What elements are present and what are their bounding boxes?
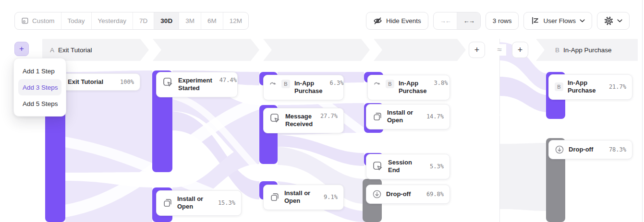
node-label: Install or Open (177, 195, 211, 211)
dropoff-icon (372, 189, 382, 199)
node-label: Drop-off (386, 190, 411, 198)
calendar-icon (21, 17, 29, 24)
node-card-in-app-purchase-63[interactable]: B In-App Purchase 6.3% (263, 75, 344, 100)
rows-label: 3 rows (493, 17, 512, 24)
b-badge: B (281, 80, 290, 88)
node-label: Exit Tutorial (68, 78, 103, 86)
node-percent: 78.3% (606, 146, 626, 153)
expand-columns-button[interactable]: ←→ (457, 12, 480, 29)
node-percent: 3.8% (431, 80, 448, 86)
node-percent: 69.8% (424, 191, 444, 198)
settings-button[interactable] (597, 12, 630, 30)
add-column-button-left[interactable]: + (469, 42, 485, 58)
flows-divider-line (499, 39, 500, 222)
date-option-12m[interactable]: 12M (223, 12, 248, 29)
plus-icon: + (19, 44, 24, 54)
node-card-in-app-purchase-38[interactable]: B In-App Purchase 3.8% (367, 75, 450, 100)
toolbar: Custom Today Yesterday 7D 30D 3M 6M 12M … (14, 12, 630, 30)
event-icon (269, 113, 281, 124)
node-percent: 27.7% (317, 113, 338, 119)
approx-separator-icon: ≈ (493, 44, 506, 56)
date-option-today[interactable]: Today (61, 12, 92, 29)
flow-ribbon (65, 181, 152, 222)
node-percent: 47.4% (217, 77, 237, 83)
node-card-exit-tutorial[interactable]: Exit Tutorial 100% (61, 73, 140, 91)
gear-icon (604, 16, 613, 25)
date-option-yesterday[interactable]: Yesterday (92, 12, 134, 29)
view-selector-label: User Flows (543, 17, 576, 24)
collapse-columns-button[interactable]: →← (434, 12, 457, 29)
node-card-message-received[interactable]: Message Received 27.7% (263, 108, 344, 133)
flow-ribbon (278, 135, 364, 166)
node-card-b-in-app-purchase[interactable]: B In-App Purchase 21.7% (548, 74, 632, 100)
rows-button[interactable]: 3 rows (486, 12, 519, 30)
collapse-icon: →← (440, 17, 450, 24)
node-label: In-App Purchase (568, 79, 602, 95)
node-percent: 6.3% (327, 80, 344, 86)
user-flows-page: Custom Today Yesterday 7D 30D 3M 6M 12M … (0, 0, 644, 222)
flow-ribbon (500, 143, 546, 211)
node-label: Message Received (285, 113, 313, 129)
exit-flow-arrow-icon (269, 80, 277, 87)
event-icon (372, 161, 384, 172)
date-option-custom[interactable]: Custom (15, 12, 61, 29)
width-toggle-group: →← ←→ (433, 12, 481, 30)
node-percent: 9.1% (321, 194, 338, 200)
node-percent: 5.3% (427, 163, 444, 170)
add-step-menu: Add 1 Step Add 3 Steps Add 5 Steps (13, 58, 66, 117)
node-label: In-App Purchase (399, 80, 427, 95)
node-label: Install or Open (387, 109, 419, 125)
node-card-experiment-started[interactable]: Experiment Started 47.4% (156, 72, 238, 97)
node-label: Experiment Started (178, 77, 212, 93)
flow-ribbon (172, 111, 259, 199)
node-label: Session End (388, 159, 423, 175)
date-option-label: Custom (32, 17, 55, 24)
toolbar-right-tools: Hide Events →← ←→ 3 rows User Flows (366, 12, 630, 30)
date-option-7d[interactable]: 7D (133, 12, 154, 29)
chevron-down-icon (617, 19, 622, 23)
node-percent: 100% (117, 79, 134, 85)
b-badge: B (555, 82, 563, 91)
add-step-button[interactable]: + (14, 42, 29, 56)
plus-icon: + (474, 45, 480, 55)
flow-a-band-segment-4[interactable] (374, 39, 466, 61)
flow-a-band-segment-2[interactable] (153, 39, 259, 61)
date-range-group: Custom Today Yesterday 7D 30D 3M 6M 12M (14, 12, 249, 30)
menu-item-add-1-step[interactable]: Add 1 Step (18, 63, 61, 79)
node-card-b-dropoff[interactable]: Drop-off 78.3% (548, 140, 632, 159)
node-card-session-end[interactable]: Session End 5.3% (366, 154, 450, 179)
plus-icon: + (518, 45, 523, 55)
node-percent: 14.7% (424, 113, 444, 120)
expand-icon: ←→ (463, 17, 474, 24)
menu-item-add-5-steps[interactable]: Add 5 Steps (18, 95, 61, 112)
add-column-button-right[interactable]: + (512, 42, 528, 58)
window-icon (372, 111, 383, 122)
date-option-3m[interactable]: 3M (179, 12, 201, 29)
line-chart-icon (531, 16, 539, 25)
flow-b-letter: B (555, 47, 559, 54)
date-option-6m[interactable]: 6M (201, 12, 223, 29)
page-right-border (642, 0, 643, 222)
menu-item-add-3-steps[interactable]: Add 3 Steps (18, 79, 61, 95)
flow-b-band-title: B In-App Purchase (555, 39, 612, 61)
flow-a-band-segment-3[interactable] (263, 39, 370, 61)
hide-events-label: Hide Events (386, 17, 421, 24)
node-percent: 15.3% (215, 199, 235, 206)
node-card-install-or-open-147[interactable]: Install or Open 14.7% (366, 104, 450, 129)
node-label: In-App Purchase (294, 80, 323, 95)
window-icon (162, 198, 173, 208)
date-option-30d-active[interactable]: 30D (154, 12, 179, 29)
node-card-install-or-open-91[interactable]: Install or Open 9.1% (263, 185, 344, 210)
event-icon (162, 77, 174, 88)
flow-a-title: Exit Tutorial (58, 47, 92, 54)
flow-a-letter: A (50, 47, 54, 54)
window-icon (269, 192, 280, 202)
b-badge: B (386, 80, 394, 88)
node-card-dropoff-698[interactable]: Drop-off 69.8% (366, 185, 450, 204)
flow-b-title: In-App Purchase (563, 47, 612, 54)
view-selector-button[interactable]: User Flows (523, 12, 592, 30)
node-label: Install or Open (284, 189, 316, 205)
node-percent: 21.7% (606, 83, 626, 90)
node-card-install-or-open-15[interactable]: Install or Open 15.3% (156, 190, 242, 216)
hide-events-button[interactable]: Hide Events (366, 12, 428, 30)
